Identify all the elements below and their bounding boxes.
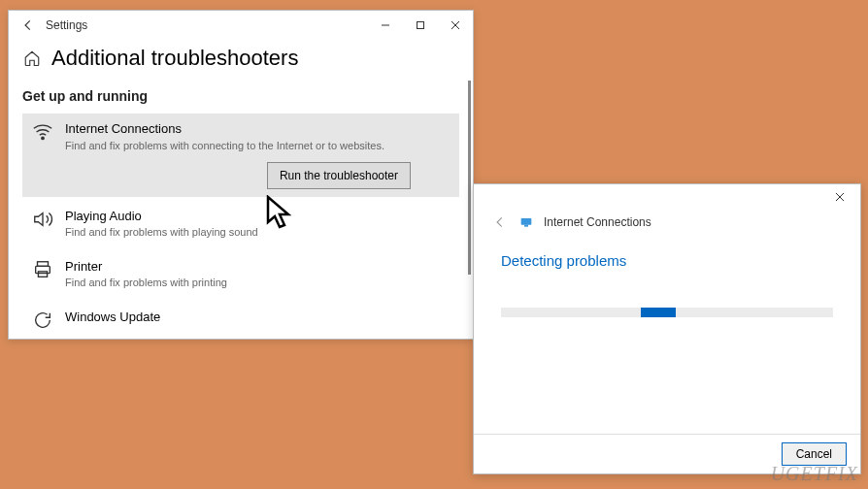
svg-rect-1 — [417, 22, 424, 29]
dialog-titlebar — [474, 184, 860, 210]
progress-bar — [501, 308, 833, 317]
run-troubleshooter-button[interactable]: Run the troubleshooter — [267, 162, 411, 189]
troubleshooter-item-audio[interactable]: Playing Audio Find and fix problems with… — [22, 201, 459, 247]
dialog-header: Internet Connections — [474, 210, 860, 239]
minimize-button[interactable] — [368, 11, 403, 40]
settings-window: Settings Additional troubleshooters Get … — [8, 10, 474, 340]
back-button[interactable] — [18, 16, 38, 35]
troubleshooter-item-printer[interactable]: Printer Find and fix problems with print… — [22, 251, 459, 298]
dialog-app-title: Internet Connections — [544, 215, 651, 229]
window-controls — [368, 11, 473, 40]
dialog-close-button[interactable] — [825, 186, 854, 208]
close-button[interactable] — [438, 11, 473, 40]
page-title: Additional troubleshooters — [51, 46, 298, 71]
maximize-button[interactable] — [403, 11, 438, 40]
troubleshooter-desc: Find and fix problems with printing — [65, 276, 450, 289]
troubleshooter-item-update[interactable]: Windows Update — [22, 302, 459, 339]
troubleshooter-title: Windows Update — [65, 310, 450, 325]
settings-titlebar-label: Settings — [38, 18, 368, 32]
dialog-status-text: Detecting problems — [501, 252, 833, 269]
settings-body: Get up and running Internet Connections … — [9, 81, 473, 352]
svg-rect-5 — [38, 272, 47, 277]
svg-rect-7 — [524, 225, 528, 227]
sound-icon — [32, 209, 53, 230]
troubleshooter-list: Internet Connections Find and fix proble… — [22, 114, 459, 339]
troubleshooter-title: Playing Audio — [65, 209, 450, 224]
svg-point-2 — [42, 137, 44, 139]
troubleshooter-desc: Find and fix problems with connecting to… — [65, 139, 450, 152]
progress-indicator — [641, 308, 676, 317]
dialog-body: Detecting problems — [474, 239, 860, 434]
settings-header: Additional troubleshooters — [9, 40, 473, 81]
printer-icon — [32, 259, 53, 280]
svg-rect-6 — [521, 218, 532, 225]
section-title: Get up and running — [22, 88, 459, 104]
troubleshooter-desc: Find and fix problems with playing sound — [65, 225, 450, 239]
home-icon[interactable] — [22, 49, 42, 68]
scrollbar[interactable] — [468, 81, 471, 275]
troubleshooter-title: Printer — [65, 259, 450, 275]
troubleshooter-title: Internet Connections — [65, 121, 450, 137]
network-icon — [32, 121, 53, 143]
troubleshooter-dialog: Internet Connections Detecting problems … — [473, 183, 861, 474]
settings-titlebar: Settings — [9, 11, 473, 40]
troubleshooter-item-internet[interactable]: Internet Connections Find and fix proble… — [22, 114, 459, 197]
update-icon — [32, 310, 53, 331]
watermark: UGETFIX — [771, 463, 858, 485]
network-icon — [518, 214, 534, 230]
dialog-back-button[interactable] — [491, 213, 509, 231]
